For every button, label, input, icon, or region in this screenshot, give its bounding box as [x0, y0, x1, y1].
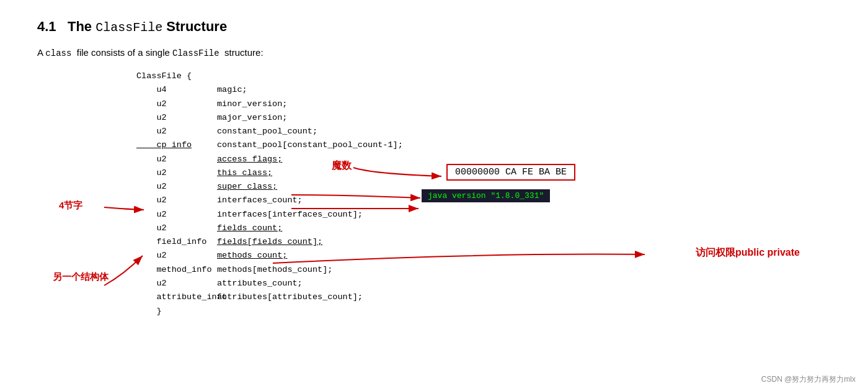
- type-u2-this: u2: [136, 166, 217, 180]
- intro-text: A class file consists of a single ClassF…: [37, 47, 831, 58]
- field-magic: magic;: [217, 83, 247, 97]
- code-line-access: u2 access_flags;: [136, 153, 403, 166]
- code-line-if: u2 interfaces[interfaces_count];: [136, 208, 403, 222]
- type-methodinfo: method_info: [136, 263, 217, 277]
- another-struct-label: 另一个结构体: [53, 271, 108, 282]
- java-version-value: java version "1.8.0_331": [428, 191, 544, 200]
- structure-word: Structure: [166, 19, 227, 34]
- page-container: 4.1 The ClassFile Structure A class file…: [0, 0, 868, 337]
- code-line-magic: u4 magic;: [136, 83, 403, 97]
- field-ac: attributes_count;: [217, 277, 303, 290]
- content-area: ClassFile { u4 magic; u2 minor_version; …: [50, 70, 831, 318]
- classfile-code-title: ClassFile: [95, 20, 162, 35]
- code-line-fi: field_info fields[fields_count];: [136, 235, 403, 249]
- field-mc: methods_count;: [217, 249, 287, 263]
- java-version-box: java version "1.8.0_331": [422, 189, 550, 202]
- the-word: The: [68, 19, 92, 34]
- field-major: major_version;: [217, 111, 287, 125]
- code-line-mi: method_info methods[methods_count];: [136, 263, 403, 277]
- field-ai: attributes[attributes_count];: [217, 290, 363, 304]
- field-if: interfaces[interfaces_count];: [217, 208, 363, 222]
- code-line-superclass: u2 super_class;: [136, 180, 403, 194]
- type-u2-access: u2: [136, 153, 217, 166]
- code-block: ClassFile { u4 magic; u2 minor_version; …: [136, 70, 403, 318]
- code-line-ac: u2 attributes_count;: [136, 277, 403, 290]
- code-line-cp: cp_info constant_pool[constant_pool_coun…: [136, 138, 403, 152]
- type-u2-if: u2: [136, 208, 217, 222]
- type-u2-ac: u2: [136, 277, 217, 290]
- code-line-cpc: u2 constant_pool_count;: [136, 125, 403, 138]
- code-line-thisclass: u2 this_class;: [136, 166, 403, 180]
- classfile-close: }: [136, 305, 162, 318]
- type-u2-cpc: u2: [136, 125, 217, 138]
- code-line-fc: u2 fields_count;: [136, 222, 403, 235]
- type-attrinfo: attribute_info: [136, 290, 217, 304]
- code-line-ifc: u2 interfaces_count;: [136, 194, 403, 207]
- code-line-ai: attribute_info attributes[attributes_cou…: [136, 290, 403, 304]
- field-thisclass: this_class;: [217, 166, 272, 180]
- section-number: 4.1: [37, 19, 56, 34]
- type-u2-fc: u2: [136, 222, 217, 235]
- magic-number-value: 00000000 CA FE BA BE: [455, 167, 567, 178]
- classfile-close-line: }: [136, 305, 403, 318]
- four-bytes-label: 4节字: [59, 200, 82, 210]
- magic-label: 魔数: [332, 160, 352, 171]
- field-ifc: interfaces_count;: [217, 194, 303, 207]
- type-u2-super: u2: [136, 180, 217, 194]
- field-cpc: constant_pool_count;: [217, 125, 317, 138]
- intro-a: A: [37, 47, 43, 58]
- watermark-text: CSDN @努力努力再努力mlx: [761, 375, 856, 384]
- type-u4: u4: [136, 83, 217, 97]
- type-u2-ifc: u2: [136, 194, 217, 207]
- annotation-access: 访问权限public private: [696, 246, 800, 259]
- field-mi: methods[methods_count];: [217, 263, 332, 277]
- intro-text3: structure:: [224, 47, 264, 58]
- magic-number-box: 00000000 CA FE BA BE: [446, 164, 575, 181]
- field-superclass: super_class;: [217, 180, 277, 194]
- annotation-magic: 魔数: [332, 160, 352, 173]
- field-access: access_flags;: [217, 153, 282, 166]
- field-fi: fields[fields_count];: [217, 235, 322, 249]
- field-fc: fields_count;: [217, 222, 282, 235]
- code-line-major: u2 major_version;: [136, 111, 403, 125]
- watermark: CSDN @努力努力再努力mlx: [761, 374, 856, 385]
- classfile-open-line: ClassFile {: [136, 70, 403, 83]
- type-u2-mc: u2: [136, 249, 217, 263]
- annotation-another-struct: 另一个结构体: [53, 271, 108, 283]
- type-fieldinfo: field_info: [136, 235, 217, 249]
- section-title: 4.1 The ClassFile Structure: [37, 19, 831, 35]
- classfile-open: ClassFile {: [136, 70, 192, 83]
- field-minor: minor_version;: [217, 97, 287, 111]
- type-u2-minor: u2: [136, 97, 217, 111]
- annotation-4bytes: 4节字: [59, 200, 82, 212]
- intro-class: class: [45, 48, 76, 58]
- field-cp: constant_pool[constant_pool_count-1];: [217, 138, 403, 152]
- code-line-mc: u2 methods_count;: [136, 249, 403, 263]
- code-line-minor: u2 minor_version;: [136, 97, 403, 111]
- intro-classfile: ClassFile: [172, 48, 224, 58]
- type-u2-major: u2: [136, 111, 217, 125]
- access-label: 访问权限public private: [696, 247, 800, 258]
- intro-text2: file consists of a single: [77, 47, 170, 58]
- type-cpinfo: cp_info: [136, 138, 217, 152]
